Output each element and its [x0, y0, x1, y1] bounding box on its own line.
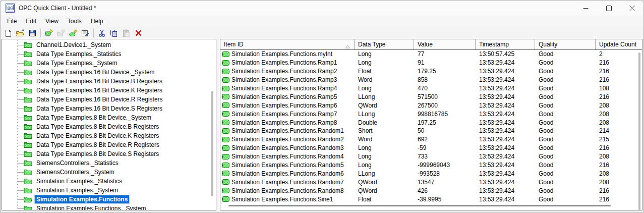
item-row[interactable]: Simulation Examples.Functions.Ramp5LLong…	[220, 92, 642, 101]
tree-item-label: Simulation Examples.Functions._System	[35, 204, 147, 210]
open-file-button[interactable]	[14, 28, 26, 39]
tree-item[interactable]: Data Type Examples.16 Bit Device._System	[2, 68, 216, 77]
tree-item[interactable]: SiemensControllers._Statistics	[2, 158, 216, 168]
column-header-update-count[interactable]: Update Count	[596, 39, 642, 49]
cell-value: 50	[414, 127, 476, 134]
item-row[interactable]: Simulation Examples.Functions.Random2Wor…	[220, 135, 642, 144]
tree-item[interactable]: Data Type Examples.8 Bit Device._System	[2, 113, 216, 122]
cell-quality: Good	[535, 85, 596, 92]
properties-button[interactable]	[79, 28, 91, 39]
cell-data-type: QWord	[355, 179, 414, 186]
new-item-button[interactable]	[67, 28, 79, 39]
tree-item[interactable]: Data Type Examples._Statistics	[2, 49, 216, 59]
tree-item[interactable]: Data Type Examples._System	[2, 59, 216, 68]
cell-quality: Good	[535, 196, 596, 203]
cut-icon	[98, 29, 105, 37]
column-header-quality[interactable]: Quality	[535, 39, 596, 49]
item-row[interactable]: Simulation Examples.Functions.myIntLong7…	[220, 50, 642, 59]
tree-item[interactable]: Data Type Examples.16 Bit Device.B Regis…	[2, 77, 216, 86]
cell-text: Simulation Examples.Functions.Ramp6	[231, 102, 337, 109]
item-row[interactable]: Simulation Examples.Functions.Random1Sho…	[220, 127, 642, 135]
folder-closed-icon	[24, 60, 32, 67]
item-row[interactable]: Simulation Examples.Functions.Ramp2Float…	[220, 67, 642, 76]
cell-text: 13:53:29.424	[479, 162, 514, 169]
item-row[interactable]: Simulation Examples.Functions.Ramp7LLong…	[220, 110, 642, 118]
column-header-timestamp[interactable]: Timestamp	[476, 39, 535, 49]
tree-connector-line	[17, 208, 24, 209]
item-row[interactable]: Simulation Examples.Functions.Random8QWo…	[220, 186, 642, 195]
menu-edit[interactable]: Edit	[21, 17, 41, 26]
cell-text: Simulation Examples.Functions.Random8	[231, 187, 344, 194]
save-file-button[interactable]	[26, 28, 38, 39]
item-row[interactable]: Simulation Examples.Functions.Random7QWo…	[220, 178, 642, 186]
table-horizontal-scrollbar-thumb[interactable]	[228, 205, 611, 206]
cell-text: Good	[539, 196, 553, 203]
new-document-button[interactable]	[2, 28, 14, 39]
item-row[interactable]: Simulation Examples.Functions.Random5Lon…	[220, 161, 642, 170]
item-row[interactable]: Simulation Examples.Functions.Random3Lon…	[220, 144, 642, 152]
tree-item-label: Simulation Examples._Statistics	[35, 177, 124, 185]
item-row[interactable]: Simulation Examples.Functions.Random6LLo…	[220, 169, 642, 178]
menu-file[interactable]: File	[3, 17, 21, 26]
new-server-connection-button[interactable]	[43, 28, 55, 39]
cell-text: Float	[358, 68, 372, 75]
cell-text: 179.25	[418, 68, 436, 75]
cell-value: 91	[414, 59, 476, 66]
tree-item[interactable]: Simulation Examples._Statistics	[2, 177, 216, 186]
tree-item[interactable]: Data Type Examples.16 Bit Device.K Regis…	[2, 86, 216, 95]
folder-closed-icon	[24, 50, 32, 58]
item-row[interactable]: Simulation Examples.Functions.Ramp8Doubl…	[220, 118, 642, 127]
cell-text: 13:53:29.424	[479, 144, 514, 151]
item-row[interactable]: Simulation Examples.Functions.Ramp6QWord…	[220, 101, 642, 110]
tree-item[interactable]: Data Type Examples.8 Bit Device.K Regist…	[2, 131, 216, 140]
cell-update-count: 216	[596, 187, 642, 194]
tree-item[interactable]: Data Type Examples.8 Bit Device.B Regist…	[2, 122, 216, 131]
folder-closed-icon	[24, 41, 32, 48]
cell-quality: Good	[535, 111, 596, 118]
item-row[interactable]: Simulation Examples.Functions.Ramp4Long4…	[220, 84, 642, 93]
tree-item[interactable]: Channel1.Device1._System	[2, 40, 216, 49]
cell-text: 214	[599, 127, 609, 134]
menu-tools[interactable]: Tools	[63, 17, 86, 26]
cell-quality: Good	[535, 127, 596, 134]
copy-button[interactable]	[108, 28, 120, 39]
cell-text: LLong	[358, 170, 375, 177]
maximize-button[interactable]	[597, 1, 620, 16]
tree-vertical-scrollbar-thumb[interactable]	[211, 91, 213, 196]
cell-item-id: Simulation Examples.Functions.Random5	[220, 162, 355, 169]
item-row[interactable]: Simulation Examples.Functions.Sine1Float…	[220, 195, 642, 203]
cell-text: 13:53:29.424	[479, 93, 514, 100]
panel-splitter[interactable]	[216, 39, 220, 210]
tree-item[interactable]: Data Type Examples.16 Bit Device.S Regis…	[2, 104, 216, 113]
item-row[interactable]: Simulation Examples.Functions.Random4Lon…	[220, 152, 642, 161]
cell-text: 216	[599, 68, 609, 75]
column-header-item-id[interactable]: Item ID	[220, 39, 355, 49]
cell-text: 426	[418, 187, 428, 194]
tree-item[interactable]: Simulation Examples._System	[2, 186, 216, 195]
menu-help[interactable]: Help	[86, 17, 108, 26]
item-table-header: Item IDData TypeValueTimestampQualityUpd…	[220, 39, 642, 50]
tree-item[interactable]: Data Type Examples.16 Bit Device.R Regis…	[2, 95, 216, 104]
item-row[interactable]: Simulation Examples.Functions.Ramp3Word8…	[220, 76, 642, 84]
menu-view[interactable]: View	[41, 17, 63, 26]
column-header-data-type[interactable]: Data Type	[355, 39, 414, 49]
close-button[interactable]	[620, 1, 643, 16]
cut-button[interactable]	[96, 28, 108, 39]
column-header-value[interactable]: Value	[414, 39, 476, 49]
tree-item[interactable]: Data Type Examples.8 Bit Device.R Regist…	[2, 140, 216, 149]
cell-value: 998816785	[414, 111, 476, 118]
item-row[interactable]: Simulation Examples.Functions.Ramp1Long9…	[220, 59, 642, 67]
delete-button[interactable]	[132, 28, 144, 39]
tree-item[interactable]: Simulation Examples.Functions	[2, 195, 216, 204]
minimize-button[interactable]	[574, 1, 597, 16]
tree-item[interactable]: SiemensControllers._System	[2, 168, 216, 177]
cell-item-id: Simulation Examples.Functions.Ramp8	[220, 119, 355, 126]
cell-text: 13547	[418, 179, 434, 186]
tree-item[interactable]: Simulation Examples.Functions._System	[2, 204, 216, 210]
cell-value: 426	[414, 187, 476, 194]
table-vertical-scrollbar-thumb[interactable]	[638, 52, 640, 210]
folder-open-icon	[24, 196, 32, 203]
tree-item[interactable]: Data Type Examples.8 Bit Device.S Regist…	[2, 149, 216, 158]
cell-text: 470	[418, 85, 428, 92]
cell-timestamp: 13:53:29.424	[476, 153, 535, 160]
